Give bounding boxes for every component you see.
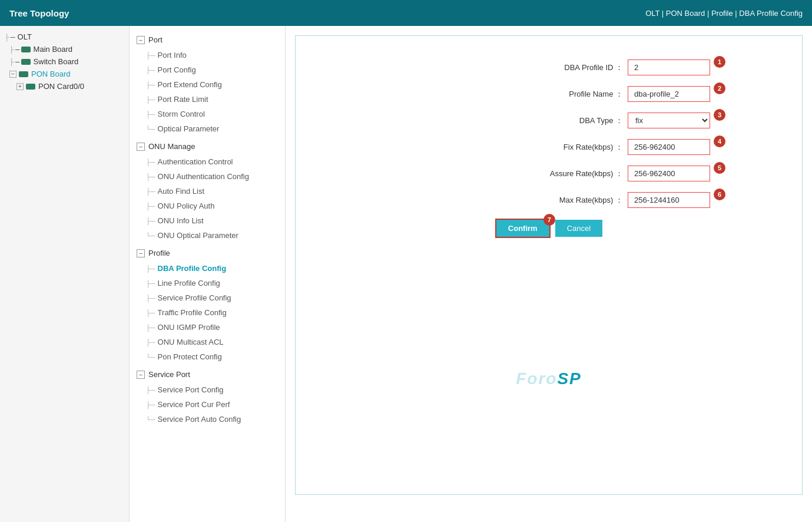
- menu-port-extend-config[interactable]: ├─Port Extend Config: [130, 77, 285, 92]
- dash-2: ─: [15, 58, 20, 65]
- app-title: Tree Topology: [9, 8, 69, 18]
- expand-profile[interactable]: −: [137, 249, 145, 257]
- breadcrumb: OLT | PON Board | Profile | DBA Profile …: [645, 9, 803, 18]
- tree-item-switch-board[interactable]: ├ ─ Switch Board: [5, 55, 129, 68]
- badge-6: 6: [714, 189, 725, 200]
- section-profile: − Profile ├─DBA Profile Config ├─Line Pr…: [130, 245, 285, 364]
- tree-olt-label: OLT: [18, 32, 32, 41]
- confirm-btn-wrapper: Confirm 7: [495, 219, 551, 238]
- dba-profile-form: DBA Profile ID ： 1 Profile Name ： 2: [372, 60, 725, 238]
- section-profile-label: Profile: [148, 249, 170, 257]
- max-rate-input-wrapper: 6: [628, 192, 725, 208]
- badge-2: 2: [714, 82, 725, 94]
- menu-line-profile-config[interactable]: ├─Line Profile Config: [130, 276, 285, 290]
- dba-profile-id-input[interactable]: [628, 60, 710, 75]
- menu-onu-igmp-profile[interactable]: ├─ONU IGMP Profile: [130, 320, 285, 335]
- dba-type-label: DBA Type ：: [523, 115, 623, 126]
- section-onu-header[interactable]: − ONU Manage: [130, 138, 285, 154]
- form-row-dba-id: DBA Profile ID ： 1: [372, 60, 725, 75]
- section-profile-header[interactable]: − Profile: [130, 245, 285, 261]
- menu-auto-find-list[interactable]: ├─Auto Find List: [130, 184, 285, 199]
- section-service-port: − Service Port ├─Service Port Config ├─S…: [130, 366, 285, 427]
- confirm-button[interactable]: Confirm: [495, 219, 551, 238]
- menu-panel: − Port ├─Port Info ├─Port Config ├─Port …: [130, 26, 286, 522]
- tree-item-olt[interactable]: ├ ─ OLT: [0, 31, 129, 43]
- expand-onu[interactable]: −: [137, 143, 145, 151]
- menu-service-profile-config[interactable]: ├─Service Profile Config: [130, 290, 285, 305]
- fix-rate-input-wrapper: 4: [628, 139, 725, 155]
- menu-port-config[interactable]: ├─Port Config: [130, 62, 285, 77]
- app-header: Tree Topology OLT | PON Board | Profile …: [0, 0, 812, 26]
- menu-port-rate-limit[interactable]: ├─Port Rate Limit: [130, 92, 285, 107]
- assure-rate-input[interactable]: [628, 166, 710, 181]
- menu-auth-control[interactable]: ├─Authentication Control: [130, 154, 285, 169]
- tree-item-main-board[interactable]: ├ ─ Main Board: [5, 43, 129, 55]
- section-onu-label: ONU Manage: [148, 142, 195, 151]
- form-row-fix-rate: Fix Rate(kbps) ： 4: [372, 139, 725, 155]
- menu-dba-profile-config[interactable]: ├─DBA Profile Config: [130, 261, 285, 276]
- menu-service-port-auto-config[interactable]: └─Service Port Auto Config: [130, 412, 285, 427]
- pon-card-icon: [26, 84, 35, 90]
- content-panel: DBA Profile ID ： 1 Profile Name ： 2: [295, 35, 803, 495]
- menu-storm-control[interactable]: ├─Storm Control: [130, 107, 285, 121]
- form-row-max-rate: Max Rate(kbps) ： 6: [372, 192, 725, 208]
- tree-item-pon-card[interactable]: + PON Card0/0: [12, 80, 129, 92]
- watermark-right: SP: [557, 369, 581, 388]
- expand-port[interactable]: −: [137, 36, 145, 44]
- max-rate-input[interactable]: [628, 192, 710, 208]
- expand-service-port[interactable]: −: [137, 371, 145, 379]
- cancel-button[interactable]: Cancel: [555, 220, 602, 237]
- expand-pon-board[interactable]: −: [9, 71, 16, 78]
- form-row-profile-name: Profile Name ： 2: [372, 86, 725, 102]
- form-row-dba-type: DBA Type ： fix assure max fix+assure ass…: [372, 113, 725, 128]
- section-service-port-header[interactable]: − Service Port: [130, 366, 285, 382]
- badge-7: 7: [543, 214, 555, 226]
- section-service-port-label: Service Port: [148, 370, 190, 379]
- tree-pon-card-label: PON Card0/0: [38, 82, 84, 91]
- badge-1: 1: [714, 56, 725, 68]
- badge-3: 3: [714, 109, 725, 121]
- assure-rate-label: Assure Rate(kbps) ：: [523, 169, 623, 179]
- tree-item-pon-board[interactable]: − PON Board: [5, 68, 129, 80]
- section-port: − Port ├─Port Info ├─Port Config ├─Port …: [130, 32, 285, 136]
- profile-name-input-wrapper: 2: [628, 86, 725, 102]
- tree-connector: ├: [5, 34, 9, 41]
- menu-service-port-config[interactable]: ├─Service Port Config: [130, 382, 285, 397]
- max-rate-label: Max Rate(kbps) ：: [523, 195, 623, 206]
- sidebar-tree: ├ ─ OLT ├ ─ Main Board ├ ─ Switch Board …: [0, 26, 130, 522]
- connector-2: ├: [9, 58, 14, 65]
- fix-rate-input[interactable]: [628, 139, 710, 155]
- menu-onu-multicast-acl[interactable]: ├─ONU Multicast ACL: [130, 335, 285, 349]
- menu-onu-info-list[interactable]: ├─ONU Info List: [130, 213, 285, 228]
- menu-traffic-profile-config[interactable]: ├─Traffic Profile Config: [130, 305, 285, 320]
- menu-pon-protect-config[interactable]: └─Pon Protect Config: [130, 349, 285, 364]
- dba-type-select[interactable]: fix assure max fix+assure assure+max: [628, 113, 710, 128]
- tree-pon-board-label: PON Board: [31, 70, 70, 78]
- main-content: DBA Profile ID ： 1 Profile Name ： 2: [286, 26, 812, 522]
- menu-optical-parameter[interactable]: └─Optical Parameter: [130, 121, 285, 136]
- expand-pon-card[interactable]: +: [16, 83, 24, 90]
- fix-rate-label: Fix Rate(kbps) ：: [523, 142, 623, 153]
- main-layout: ├ ─ OLT ├ ─ Main Board ├ ─ Switch Board …: [0, 26, 812, 522]
- menu-port-info[interactable]: ├─Port Info: [130, 48, 285, 62]
- menu-onu-auth-config[interactable]: ├─ONU Authentication Config: [130, 169, 285, 184]
- menu-onu-optical-param[interactable]: └─ONU Optical Parameter: [130, 228, 285, 243]
- switch-board-icon: [21, 59, 31, 65]
- menu-onu-policy-auth[interactable]: ├─ONU Policy Auth: [130, 199, 285, 213]
- tree-container: ├ ─ OLT ├ ─ Main Board ├ ─ Switch Board …: [0, 26, 129, 97]
- menu-service-port-cur-perf[interactable]: ├─Service Port Cur Perf: [130, 397, 285, 412]
- section-port-label: Port: [148, 35, 163, 44]
- dash-line: ─: [11, 34, 15, 41]
- badge-5: 5: [714, 162, 725, 174]
- watermark-left: Foro: [516, 369, 557, 388]
- form-row-assure-rate: Assure Rate(kbps) ： 5: [372, 166, 725, 181]
- section-port-header[interactable]: − Port: [130, 32, 285, 48]
- profile-name-label: Profile Name ：: [523, 89, 623, 100]
- badge-4: 4: [714, 136, 725, 147]
- section-onu-manage: − ONU Manage ├─Authentication Control ├─…: [130, 138, 285, 243]
- pon-board-icon: [19, 71, 28, 77]
- dash-1: ─: [15, 46, 20, 53]
- tree-main-board-label: Main Board: [34, 45, 72, 54]
- connector-1: ├: [9, 46, 14, 53]
- profile-name-input[interactable]: [628, 86, 710, 102]
